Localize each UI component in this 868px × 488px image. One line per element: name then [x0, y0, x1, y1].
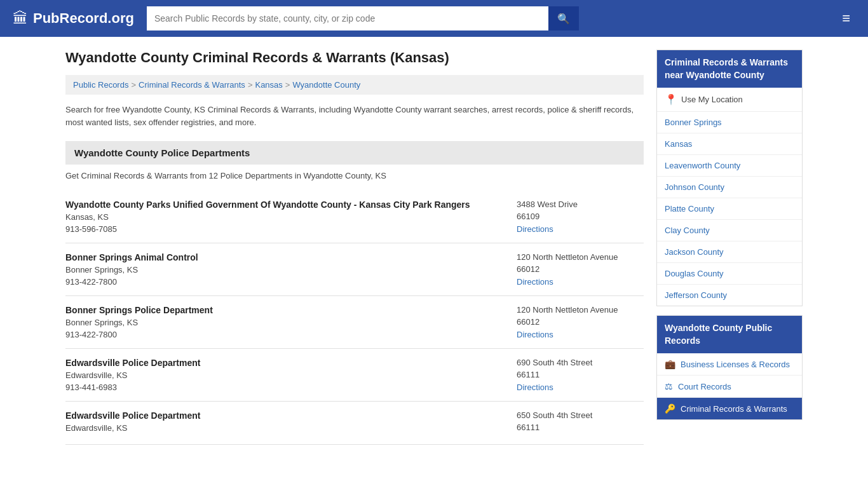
nearby-link-3[interactable]: Leavenworth County — [657, 155, 802, 176]
breadcrumb-public-records[interactable]: Public Records — [73, 80, 128, 90]
table-row: Bonner Springs Police Department Bonner … — [65, 296, 644, 349]
dept-left-2: Bonner Springs Police Department Bonner … — [65, 305, 504, 339]
dept-directions[interactable]: Directions — [517, 329, 644, 339]
table-row: Wyandotte County Parks Unified Governmen… — [65, 191, 644, 243]
logo-link[interactable]: 🏛 PubRecord.org — [13, 10, 134, 27]
directions-link[interactable]: Directions — [517, 277, 553, 287]
dept-phone: 913-596-7085 — [65, 224, 504, 234]
logo-text: PubRecord.org — [33, 10, 134, 27]
sidebar-item-public-record[interactable]: ⚖Court Records — [657, 376, 802, 398]
page-container: Wyandotte County Criminal Records & Warr… — [53, 37, 815, 458]
nearby-link-4[interactable]: Johnson County — [657, 177, 802, 198]
breadcrumb-sep-3: > — [285, 80, 290, 90]
sidebar-item-nearby[interactable]: Leavenworth County — [657, 155, 802, 177]
sidebar-item-public-record[interactable]: 💼Business Licenses & Records — [657, 353, 802, 376]
sidebar-item-nearby[interactable]: Bonner Springs — [657, 112, 802, 133]
sidebar-item-nearby[interactable]: Johnson County — [657, 177, 802, 198]
dept-right-4: 650 South 4th Street 66111 — [517, 410, 644, 435]
dept-address: 120 North Nettleton Avenue — [517, 252, 644, 262]
breadcrumb-sep-2: > — [248, 80, 253, 90]
nearby-link-1[interactable]: Bonner Springs — [657, 112, 802, 133]
breadcrumb: Public Records > Criminal Records & Warr… — [65, 75, 644, 95]
breadcrumb-kansas[interactable]: Kansas — [255, 80, 282, 90]
nearby-link-2[interactable]: Kansas — [657, 133, 802, 154]
dept-phone: 913-422-7800 — [65, 330, 504, 339]
sidebar-item-nearby[interactable]: Jefferson County — [657, 285, 802, 306]
section-header: Wyandotte County Police Departments — [65, 141, 644, 165]
menu-button[interactable]: ≡ — [837, 8, 855, 29]
nearby-title: Criminal Records & Warrants near Wyandot… — [657, 50, 802, 88]
nearby-link-8[interactable]: Douglas County — [657, 263, 802, 284]
sidebar-item-public-record[interactable]: 🔑Criminal Records & Warrants — [657, 398, 802, 419]
record-icon-2: 🔑 — [665, 403, 675, 414]
dept-right-1: 120 North Nettleton Avenue 66012 Directi… — [517, 252, 644, 287]
dept-city: Bonner Springs, KS — [65, 318, 504, 327]
record-icon-0: 💼 — [665, 359, 675, 369]
breadcrumb-criminal-records[interactable]: Criminal Records & Warrants — [139, 80, 245, 90]
dept-right-3: 690 South 4th Street 66111 Directions — [517, 358, 644, 392]
location-icon: 📍 — [665, 93, 677, 105]
public-records-list: 💼Business Licenses & Records⚖Court Recor… — [657, 353, 802, 419]
dept-address: 650 South 4th Street — [517, 410, 644, 420]
public-record-link-1[interactable]: ⚖Court Records — [657, 376, 802, 397]
breadcrumb-sep-1: > — [131, 80, 136, 90]
search-area: 🔍 — [147, 6, 579, 30]
section-subtext: Get Criminal Records & Warrants from 12 … — [65, 171, 644, 180]
page-title: Wyandotte County Criminal Records & Warr… — [65, 50, 644, 66]
dept-zip: 66111 — [517, 423, 644, 432]
search-input[interactable] — [147, 6, 548, 30]
dept-directions[interactable]: Directions — [517, 382, 644, 392]
breadcrumb-wyandotte[interactable]: Wyandotte County — [292, 80, 360, 90]
directions-link[interactable]: Directions — [517, 383, 553, 392]
dept-right-2: 120 North Nettleton Avenue 66012 Directi… — [517, 305, 644, 339]
directions-link[interactable]: Directions — [517, 224, 553, 234]
nearby-link-6[interactable]: Clay County — [657, 220, 802, 241]
dept-city: Kansas, KS — [65, 212, 504, 222]
dept-zip: 66111 — [517, 370, 644, 379]
dept-left-0: Wyandotte County Parks Unified Governmen… — [65, 200, 504, 234]
dept-phone: 913-441-6983 — [65, 383, 504, 392]
dept-name: Edwardsville Police Department — [65, 410, 504, 421]
dept-name: Bonner Springs Police Department — [65, 305, 504, 315]
sidebar-item-nearby[interactable]: Douglas County — [657, 263, 802, 285]
dept-right-0: 3488 West Drive 66109 Directions — [517, 200, 644, 234]
public-record-link-2[interactable]: 🔑Criminal Records & Warrants — [657, 398, 802, 419]
dept-address: 3488 West Drive — [517, 200, 644, 209]
search-icon: 🔍 — [557, 13, 570, 25]
sidebar-item-nearby[interactable]: 📍Use My Location — [657, 88, 802, 112]
hamburger-icon: ≡ — [842, 10, 850, 26]
dept-name: Wyandotte County Parks Unified Governmen… — [65, 200, 504, 210]
nearby-box: Criminal Records & Warrants near Wyandot… — [656, 50, 803, 306]
nearby-list: 📍Use My LocationBonner SpringsKansasLeav… — [657, 88, 802, 306]
nearby-link-9[interactable]: Jefferson County — [657, 285, 802, 306]
dept-zip: 66012 — [517, 317, 644, 327]
dept-directions[interactable]: Directions — [517, 224, 644, 234]
sidebar-item-nearby[interactable]: Kansas — [657, 133, 802, 155]
dept-directions[interactable]: Directions — [517, 276, 644, 287]
nearby-link-7[interactable]: Jackson County — [657, 241, 802, 262]
sidebar-item-nearby[interactable]: Clay County — [657, 220, 802, 241]
main-content: Wyandotte County Criminal Records & Warr… — [65, 50, 644, 445]
sidebar: Criminal Records & Warrants near Wyandot… — [656, 50, 803, 445]
search-button[interactable]: 🔍 — [548, 6, 579, 30]
sidebar-item-nearby[interactable]: Jackson County — [657, 241, 802, 263]
public-record-link-0[interactable]: 💼Business Licenses & Records — [657, 353, 802, 375]
dept-address: 120 North Nettleton Avenue — [517, 305, 644, 315]
building-icon: 🏛 — [13, 10, 28, 27]
dept-left-4: Edwardsville Police Department Edwardsvi… — [65, 410, 504, 435]
header: 🏛 PubRecord.org 🔍 ≡ — [0, 0, 868, 37]
public-records-box: Wyandotte County Public Records 💼Busines… — [656, 315, 803, 420]
page-description: Search for free Wyandotte County, KS Cri… — [65, 104, 644, 128]
directions-link[interactable]: Directions — [517, 330, 553, 339]
dept-zip: 66012 — [517, 264, 644, 274]
public-records-title: Wyandotte County Public Records — [657, 316, 802, 353]
dept-city: Edwardsville, KS — [65, 423, 504, 433]
nearby-link-5[interactable]: Platte County — [657, 198, 802, 219]
dept-name: Edwardsville Police Department — [65, 358, 504, 368]
dept-address: 690 South 4th Street — [517, 358, 644, 367]
sidebar-item-nearby[interactable]: Platte County — [657, 198, 802, 220]
use-my-location-link[interactable]: 📍Use My Location — [657, 88, 802, 111]
record-icon-1: ⚖ — [665, 381, 673, 391]
table-row: Edwardsville Police Department Edwardsvi… — [65, 402, 644, 445]
dept-left-1: Bonner Springs Animal Control Bonner Spr… — [65, 252, 504, 287]
